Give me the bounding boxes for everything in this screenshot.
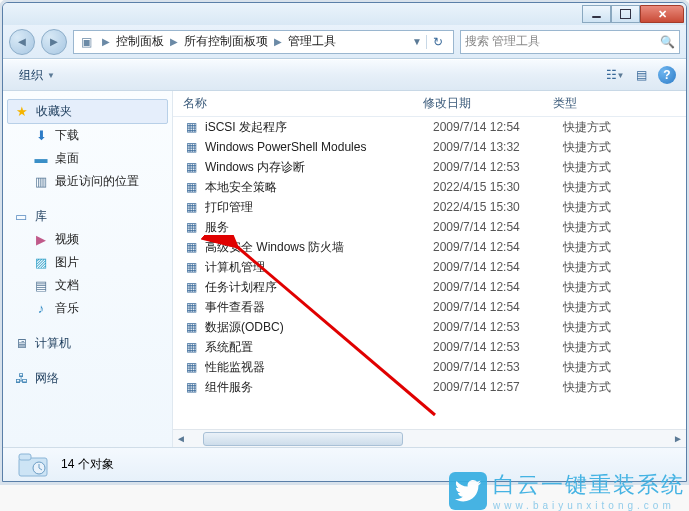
scroll-left-icon[interactable]: ◄ [173, 431, 189, 447]
shortcut-icon: ▦ [183, 279, 199, 295]
column-name[interactable]: 名称 [173, 95, 423, 112]
file-row[interactable]: ▦事件查看器2009/7/14 12:54快捷方式 [173, 297, 686, 317]
file-type: 快捷方式 [563, 259, 686, 276]
file-row[interactable]: ▦Windows PowerShell Modules2009/7/14 13:… [173, 137, 686, 157]
file-name: 任务计划程序 [205, 279, 433, 296]
file-date: 2022/4/15 15:30 [433, 200, 563, 214]
navigation-row: ◄ ► ▣ ▶ 控制面板 ▶ 所有控制面板项 ▶ 管理工具 ▼ ↻ 搜索 管理工… [3, 25, 686, 59]
sidebar-desktop[interactable]: ▬桌面 [7, 147, 168, 170]
breadcrumb-3[interactable]: 管理工具 [286, 33, 338, 50]
sidebar-favorites[interactable]: ★收藏夹 [7, 99, 168, 124]
document-icon: ▤ [33, 278, 49, 294]
shortcut-icon: ▦ [183, 219, 199, 235]
minimize-button[interactable] [582, 5, 611, 23]
search-input[interactable]: 搜索 管理工具 🔍 [460, 30, 680, 54]
chevron-right-icon[interactable]: ▶ [98, 36, 114, 47]
file-date: 2009/7/14 12:54 [433, 260, 563, 274]
sidebar-music[interactable]: ♪音乐 [7, 297, 168, 320]
file-row[interactable]: ▦系统配置2009/7/14 12:53快捷方式 [173, 337, 686, 357]
file-name: 计算机管理 [205, 259, 433, 276]
chevron-right-icon[interactable]: ▶ [270, 36, 286, 47]
address-bar[interactable]: ▣ ▶ 控制面板 ▶ 所有控制面板项 ▶ 管理工具 ▼ ↻ [73, 30, 454, 54]
file-row[interactable]: ▦性能监视器2009/7/14 12:53快捷方式 [173, 357, 686, 377]
navigation-pane: ★收藏夹 ⬇下载 ▬桌面 ▥最近访问的位置 ▭库 ▶视频 ▨图片 ▤文档 ♪音乐… [3, 91, 173, 447]
file-type: 快捷方式 [563, 159, 686, 176]
chevron-right-icon[interactable]: ▶ [166, 36, 182, 47]
file-row[interactable]: ▦组件服务2009/7/14 12:57快捷方式 [173, 377, 686, 397]
file-row[interactable]: ▦打印管理2022/4/15 15:30快捷方式 [173, 197, 686, 217]
file-name: 系统配置 [205, 339, 433, 356]
file-date: 2009/7/14 12:54 [433, 300, 563, 314]
breadcrumb-2[interactable]: 所有控制面板项 [182, 33, 270, 50]
file-row[interactable]: ▦任务计划程序2009/7/14 12:54快捷方式 [173, 277, 686, 297]
breadcrumb-1[interactable]: 控制面板 [114, 33, 166, 50]
file-date: 2022/4/15 15:30 [433, 180, 563, 194]
file-name: 高级安全 Windows 防火墙 [205, 239, 433, 256]
sidebar-libraries[interactable]: ▭库 [7, 205, 168, 228]
shortcut-icon: ▦ [183, 379, 199, 395]
file-name: 数据源(ODBC) [205, 319, 433, 336]
file-row[interactable]: ▦iSCSI 发起程序2009/7/14 12:54快捷方式 [173, 117, 686, 137]
status-folder-icon [13, 451, 53, 479]
file-date: 2009/7/14 12:53 [433, 340, 563, 354]
file-name: 事件查看器 [205, 299, 433, 316]
file-row[interactable]: ▦本地安全策略2022/4/15 15:30快捷方式 [173, 177, 686, 197]
file-row[interactable]: ▦服务2009/7/14 12:54快捷方式 [173, 217, 686, 237]
file-row[interactable]: ▦数据源(ODBC)2009/7/14 12:53快捷方式 [173, 317, 686, 337]
download-icon: ⬇ [33, 128, 49, 144]
view-options-icon[interactable]: ☷ ▼ [606, 66, 624, 84]
file-name: Windows PowerShell Modules [205, 140, 433, 154]
sidebar-recent[interactable]: ▥最近访问的位置 [7, 170, 168, 193]
preview-pane-icon[interactable]: ▤ [632, 66, 650, 84]
shortcut-icon: ▦ [183, 299, 199, 315]
file-row[interactable]: ▦Windows 内存诊断2009/7/14 12:53快捷方式 [173, 157, 686, 177]
file-pane: 名称 修改日期 类型 ▦iSCSI 发起程序2009/7/14 12:54快捷方… [173, 91, 686, 447]
sidebar-downloads[interactable]: ⬇下载 [7, 124, 168, 147]
status-count: 14 个对象 [61, 456, 114, 473]
column-type[interactable]: 类型 [553, 95, 686, 112]
refresh-icon[interactable]: ↻ [426, 35, 449, 49]
file-row[interactable]: ▦计算机管理2009/7/14 12:54快捷方式 [173, 257, 686, 277]
svg-rect-1 [19, 454, 31, 460]
sidebar-videos[interactable]: ▶视频 [7, 228, 168, 251]
file-type: 快捷方式 [563, 199, 686, 216]
file-date: 2009/7/14 12:57 [433, 380, 563, 394]
back-button[interactable]: ◄ [9, 29, 35, 55]
scrollbar-thumb[interactable] [203, 432, 403, 446]
file-row[interactable]: ▦高级安全 Windows 防火墙2009/7/14 12:54快捷方式 [173, 237, 686, 257]
file-type: 快捷方式 [563, 239, 686, 256]
column-date[interactable]: 修改日期 [423, 95, 553, 112]
recent-icon: ▥ [33, 174, 49, 190]
sidebar-documents[interactable]: ▤文档 [7, 274, 168, 297]
file-date: 2009/7/14 12:54 [433, 280, 563, 294]
file-type: 快捷方式 [563, 219, 686, 236]
watermark-main: 白云一键重装系统 [493, 472, 685, 497]
address-dropdown-icon[interactable]: ▼ [408, 36, 426, 47]
search-icon[interactable]: 🔍 [660, 35, 675, 49]
file-name: 本地安全策略 [205, 179, 433, 196]
sidebar-network[interactable]: 🖧网络 [7, 367, 168, 390]
maximize-button[interactable] [611, 5, 640, 23]
scroll-right-icon[interactable]: ► [670, 431, 686, 447]
file-type: 快捷方式 [563, 119, 686, 136]
sidebar-pictures[interactable]: ▨图片 [7, 251, 168, 274]
shortcut-icon: ▦ [183, 239, 199, 255]
toolbar: 组织 ▼ ☷ ▼ ▤ ? [3, 59, 686, 91]
control-panel-icon: ▣ [78, 34, 94, 50]
file-type: 快捷方式 [563, 339, 686, 356]
organize-menu[interactable]: 组织 ▼ [13, 65, 61, 86]
horizontal-scrollbar[interactable]: ◄ ► [173, 429, 686, 447]
forward-button[interactable]: ► [41, 29, 67, 55]
file-name: iSCSI 发起程序 [205, 119, 433, 136]
shortcut-icon: ▦ [183, 159, 199, 175]
sidebar-computer[interactable]: 🖥计算机 [7, 332, 168, 355]
network-icon: 🖧 [13, 371, 29, 387]
file-name: 性能监视器 [205, 359, 433, 376]
close-button[interactable] [640, 5, 684, 23]
shortcut-icon: ▦ [183, 339, 199, 355]
column-header-row: 名称 修改日期 类型 [173, 91, 686, 117]
help-icon[interactable]: ? [658, 66, 676, 84]
file-type: 快捷方式 [563, 359, 686, 376]
file-type: 快捷方式 [563, 379, 686, 396]
file-name: 组件服务 [205, 379, 433, 396]
